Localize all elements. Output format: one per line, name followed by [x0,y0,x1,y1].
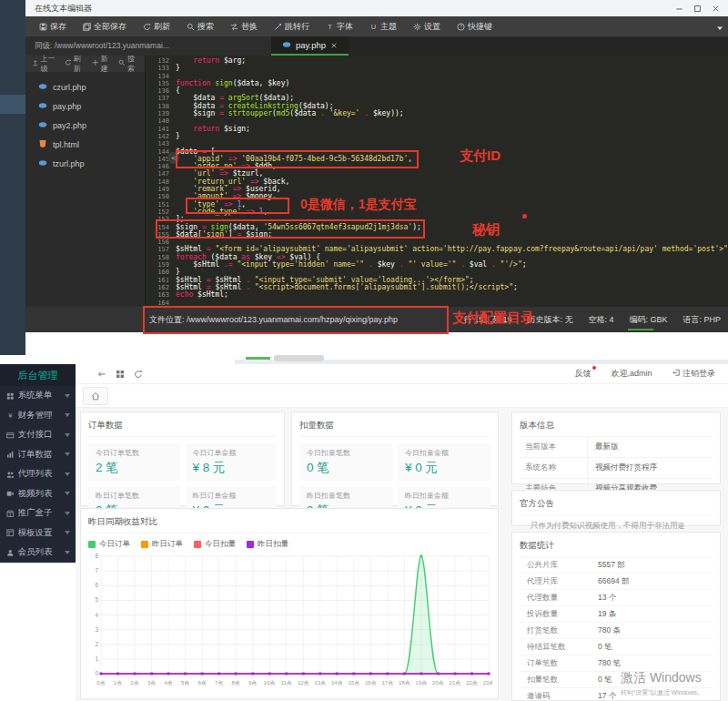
stat-tile: 今日扣量笔数 0 笔 [299,443,392,481]
statusbar-item[interactable]: 历史版本: 无 [527,314,572,326]
stat-value: ¥ 8 元 [193,460,270,476]
toolbar-button[interactable]: 搜索 [178,16,222,36]
sidebar-menu-item[interactable]: 代理列表 [0,464,76,484]
card-icon [6,432,15,440]
inactive-tab-sliver[interactable] [274,355,324,361]
toolbar-button[interactable]: 替换 [222,16,266,36]
file-list-item[interactable]: czurl.php [25,77,145,97]
sidebar-item-label: 模板设置 [18,527,53,539]
toolbar-button-label: 替换 [241,21,258,33]
file-action-label: 上一级 [41,54,58,74]
legend-item[interactable]: 今日订单 [88,539,130,550]
stat-label: 今日扣量笔数 [307,448,385,458]
stat-label: 昨日扣量笔数 [307,491,385,501]
toolbar-button[interactable]: U 主题 [361,16,405,36]
toolbar-button[interactable]: 全部保存 [75,16,135,36]
svg-text:T: T [328,23,332,31]
feedback-link[interactable]: 反馈 [574,368,591,380]
statistics-row: 代理片库 66694 部 [520,574,713,590]
sidebar-menu-item[interactable]: 视频列表 [0,484,76,504]
replace-icon [230,23,238,31]
file-tree-action-button[interactable]: 上一级 [29,54,60,74]
version-row-label: 当前版本 [520,437,588,457]
window-controls [673,3,721,14]
statistics-row-value: 780 笔 [598,658,621,669]
header-right: 反馈 欢迎,admin 注销登录 [574,368,715,380]
toolbar-button[interactable]: T 字体 [318,16,361,36]
chevron-down-icon [65,394,70,398]
file-list-item[interactable]: tzurl.php [25,154,145,173]
svg-text:12点: 12点 [298,680,309,686]
legend-item[interactable]: 今日扣量 [194,539,236,550]
active-tab-sliver[interactable] [246,357,270,360]
sidebar-menu-item[interactable]: 系统菜单 [0,386,76,406]
legend-swatch [88,541,96,548]
home-button[interactable] [83,387,108,405]
statistics-row-label: 公共片库 [520,560,598,571]
sidebar-item-label: 视频列表 [18,488,53,500]
statusbar-item[interactable]: 行 151 ,列 19 [463,314,511,326]
svg-text:6: 6 [95,582,98,588]
header-quick-icons [97,370,143,379]
file-list-item[interactable]: pay.php [25,97,145,116]
logout-button[interactable]: 注销登录 [672,368,716,380]
version-row: 系统名称 视频付费打赏程序 [520,458,713,479]
file-tree-action-button[interactable]: 新建 [89,54,115,74]
toolbar-button[interactable]: 跳转行 [266,16,318,36]
tab-label: pay.php [296,40,326,50]
stat-value: 2 笔 [96,460,173,476]
file-location-label: 文件位置: /www/wwwroot/123.yuanmamai.com/hzp… [149,314,398,326]
statusbar-item[interactable]: 空格: 4 [588,314,613,326]
tab-pay-php[interactable]: pay.php [271,36,349,56]
toolbar-expand-button[interactable] [715,20,724,36]
statusbar-items: 行 151 ,列 19 历史版本: 无 空格: 4 编码: GBK 语言: PH… [463,314,721,326]
refresh-icon [143,23,151,31]
svg-text:3点: 3点 [147,680,156,686]
file-name: czurl.php [53,83,86,92]
sidebar-menu-item[interactable]: 模板设置 [0,523,76,544]
toolbar-button-label: 字体 [337,21,353,33]
chevron-down-icon [65,472,70,476]
statusbar-item[interactable]: 语言: PHP [682,314,721,326]
background-window-selected-item[interactable] [0,95,25,114]
file-list-item[interactable]: pay2.php [25,116,145,135]
legend-item[interactable]: 昨日扣量 [247,539,288,550]
toolbar-button-label: 设置 [424,21,440,33]
file-tree-actions: 上一级 刷新 新建 [25,56,145,72]
sidebar-menu-item[interactable]: 订单数据 [0,445,76,465]
layout-icon[interactable] [116,370,125,379]
toolbar-button[interactable]: ? 快捷键 [449,16,500,36]
legend-item[interactable]: 昨日订单 [141,539,183,550]
statusbar-item[interactable]: 编码: GBK [629,314,667,326]
svg-text:23点: 23点 [483,680,492,686]
sidebar-menu-item[interactable]: ¥ 财务管理 [0,406,76,426]
statistics-row-label: 投诉数量 [520,609,598,620]
minimize-icon[interactable] [673,3,684,14]
refresh-icon[interactable] [134,370,143,379]
file-list-item[interactable]: tpl.html [25,135,145,154]
watermark-line2: 转到“设置”以激活 Windows。 [621,688,703,697]
file-tree-action-button[interactable]: 搜索 [116,54,141,74]
svg-text:17点: 17点 [382,680,394,686]
tab-close-icon[interactable] [330,42,338,49]
svg-text:6点: 6点 [197,680,206,686]
sidebar-menu-item[interactable]: 支付接口 [0,425,76,445]
background-window-strip [0,0,25,355]
toolbar-button[interactable]: 保存 [31,16,75,36]
maximize-icon[interactable] [692,3,703,14]
file-tree-action-button[interactable]: 刷新 [62,54,87,74]
close-icon[interactable] [710,3,721,14]
svg-text:7: 7 [95,567,98,574]
statistics-row-value: 0 笔 [598,675,612,686]
stat-label: 今日订单笔数 [96,448,173,458]
toolbar-button[interactable]: 刷新 [135,16,178,36]
search-icon [187,23,195,31]
sidebar-menu-item[interactable]: 推广盒子 [0,503,76,523]
toolbar-button[interactable]: 设置 [405,16,449,36]
code-editor-area[interactable]: 132 return $arg;133}134135function sign(… [146,56,728,307]
sidebar-menu-item[interactable]: 会员列表 [0,543,76,563]
statistics-row-value: 66694 部 [598,576,630,587]
scroll-left-button[interactable]: < [167,152,179,164]
collapse-icon[interactable] [97,370,106,379]
code-lines: 132 return $arg;133}134135function sign(… [146,57,728,307]
